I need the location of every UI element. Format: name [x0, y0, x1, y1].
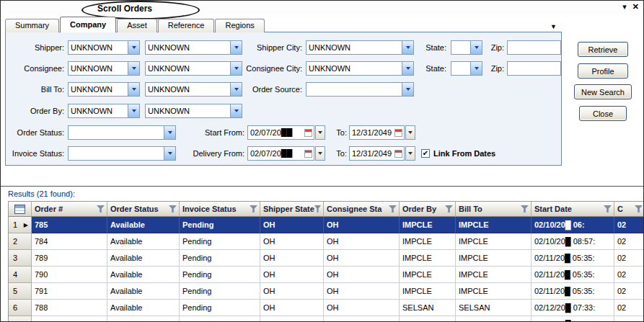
- consignee-code-combo[interactable]: UNKNOWN: [68, 61, 140, 76]
- panel-menu-icon[interactable]: ▾: [622, 2, 627, 12]
- delivery-to-label: To:: [330, 146, 347, 161]
- dropdown-arrow-icon[interactable]: [164, 147, 175, 160]
- consignee-city-combo[interactable]: UNKNOWN: [306, 61, 414, 76]
- current-row-icon: ▶: [24, 222, 28, 228]
- column-header[interactable]: Start Date: [531, 202, 614, 217]
- tab-asset[interactable]: Asset: [117, 19, 157, 32]
- column-header[interactable]: Order By: [400, 202, 456, 217]
- retrieve-button[interactable]: Retrieve: [578, 42, 628, 57]
- calendar-icon[interactable]: [304, 129, 312, 137]
- row-header[interactable]: 1▶: [9, 217, 32, 233]
- close-icon[interactable]: ✕: [632, 2, 639, 12]
- table-row[interactable]: 7787AvailablePendingOHOHSELSANSELSAN02/1…: [9, 316, 644, 322]
- cell: 02: [614, 316, 644, 322]
- cell: Pending: [180, 233, 260, 250]
- column-header[interactable]: Invoice Status: [180, 202, 260, 217]
- table-row[interactable]: 5791AvailablePendingOHOHIMPCLEIMPCLE02/1…: [9, 283, 644, 300]
- shipper-state-combo[interactable]: [451, 40, 482, 55]
- invoice-status-combo[interactable]: [68, 146, 176, 161]
- select-all-cell[interactable]: [9, 202, 32, 217]
- column-header[interactable]: Bill To: [456, 202, 531, 217]
- consignee-name-value: UNKNOWN: [146, 62, 230, 75]
- table-row[interactable]: 3789AvailablePendingOHOHIMPCLEIMPCLE02/1…: [9, 250, 644, 267]
- tab-reference[interactable]: Reference: [158, 19, 215, 32]
- filter-icon[interactable]: [97, 205, 105, 213]
- column-header[interactable]: Consignee Sta: [324, 202, 400, 217]
- dropdown-arrow-icon[interactable]: [402, 41, 413, 54]
- shipper-code-combo[interactable]: UNKNOWN: [68, 40, 140, 55]
- shipper-zip-input[interactable]: [507, 40, 561, 55]
- order-status-combo[interactable]: [68, 125, 176, 140]
- dropdown-arrow-icon[interactable]: [470, 62, 482, 75]
- row-header[interactable]: 7: [9, 316, 32, 322]
- filter-icon[interactable]: [169, 205, 177, 213]
- dropdown-arrow-icon[interactable]: [128, 104, 139, 117]
- consignee-city-value: UNKNOWN: [306, 62, 402, 75]
- table-row[interactable]: 6788AvailablePendingOHOHSELSANSELSAN02/1…: [9, 300, 644, 316]
- filter-icon[interactable]: [521, 205, 529, 213]
- start-to-date[interactable]: 12/31/2049: [349, 125, 405, 140]
- order-status-value: [69, 126, 164, 139]
- column-header[interactable]: Shipper State: [260, 202, 324, 217]
- calendar-icon[interactable]: [394, 129, 402, 137]
- tab-company[interactable]: Company: [60, 17, 116, 32]
- row-header[interactable]: 5: [9, 283, 32, 300]
- table-row[interactable]: 4790AvailablePendingOHOHIMPCLEIMPCLE02/1…: [9, 267, 644, 283]
- order-by-name-combo[interactable]: UNKNOWN: [145, 104, 242, 118]
- bill-to-code-combo[interactable]: UNKNOWN: [68, 82, 140, 97]
- cell: 788: [32, 300, 107, 316]
- dropdown-arrow-icon[interactable]: [402, 83, 413, 96]
- consignee-name-combo[interactable]: UNKNOWN: [145, 61, 242, 76]
- row-header[interactable]: 6: [9, 300, 32, 316]
- filter-icon[interactable]: [604, 205, 612, 213]
- calendar-icon[interactable]: [304, 150, 312, 158]
- filter-icon[interactable]: [250, 205, 257, 213]
- row-header[interactable]: 2: [9, 233, 32, 250]
- consignee-zip-input[interactable]: [507, 61, 561, 76]
- shipper-city-combo[interactable]: UNKNOWN: [306, 40, 414, 55]
- start-to-dropdown[interactable]: [405, 125, 415, 140]
- dropdown-arrow-icon[interactable]: [128, 62, 139, 75]
- dropdown-arrow-icon[interactable]: [402, 62, 413, 75]
- table-row[interactable]: 2784AvailablePendingOHOHIMPCLEIMPCLE02/1…: [9, 233, 644, 250]
- consignee-state-combo[interactable]: [451, 61, 482, 76]
- start-from-dropdown[interactable]: [315, 125, 325, 140]
- dropdown-arrow-icon[interactable]: [128, 41, 139, 54]
- tab-summary[interactable]: Summary: [5, 19, 59, 32]
- calendar-icon[interactable]: [394, 150, 402, 158]
- row-header[interactable]: 3: [9, 250, 32, 267]
- row-number: 6: [13, 303, 17, 312]
- filter-icon[interactable]: [389, 205, 397, 213]
- column-header[interactable]: Order #: [32, 202, 107, 217]
- delivery-to-date[interactable]: 12/31/2049: [349, 146, 405, 161]
- tab-regions[interactable]: Regions: [215, 19, 264, 32]
- table-row[interactable]: 1▶785AvailablePendingOHOHIMPCLEIMPCLE02/…: [9, 217, 644, 233]
- delivery-from-date[interactable]: 02/07/20██: [247, 146, 314, 161]
- filter-icon[interactable]: [314, 205, 321, 213]
- dropdown-arrow-icon[interactable]: [164, 126, 175, 139]
- shipper-name-combo[interactable]: UNKNOWN: [145, 40, 242, 55]
- order-source-combo[interactable]: [306, 82, 414, 97]
- filter-icon[interactable]: [635, 205, 643, 213]
- column-header[interactable]: C: [614, 202, 644, 217]
- profile-button[interactable]: Profile: [578, 63, 628, 79]
- link-from-dates-checkbox[interactable]: ✔: [421, 149, 430, 158]
- cell: 789: [32, 250, 107, 267]
- start-from-date[interactable]: 02/07/20██: [247, 125, 314, 140]
- filter-icon[interactable]: [445, 205, 453, 213]
- dropdown-arrow-icon[interactable]: [470, 41, 482, 54]
- delivery-to-dropdown[interactable]: [405, 146, 415, 161]
- delivery-from-dropdown[interactable]: [315, 146, 325, 161]
- new-search-button[interactable]: New Search: [574, 84, 632, 99]
- order-by-code-combo[interactable]: UNKNOWN: [68, 104, 140, 118]
- cell: Available: [107, 267, 180, 283]
- dropdown-arrow-icon[interactable]: [128, 83, 139, 96]
- row-number: 4: [13, 270, 17, 279]
- dropdown-arrow-icon[interactable]: [230, 104, 242, 117]
- column-header[interactable]: Order Status: [107, 202, 180, 217]
- bill-to-name-combo[interactable]: UNKNOWN: [145, 82, 242, 97]
- start-from-value: 02/07/20██: [248, 128, 303, 137]
- close-button[interactable]: Close: [579, 106, 627, 121]
- row-header[interactable]: 4: [9, 267, 32, 283]
- tabs-overflow-icon[interactable]: ▼: [550, 23, 557, 30]
